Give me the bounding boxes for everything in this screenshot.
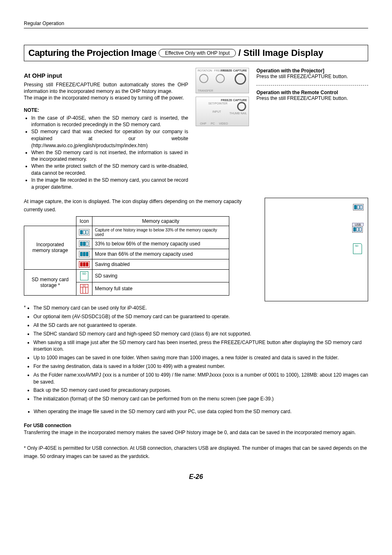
label-thumbnail: THUMB NAIL [230,112,247,115]
capacity-icon-preview [353,204,364,210]
capacity-icon [79,261,90,268]
capacity-table: Icon Memory capacity Incorporated memory… [24,216,229,296]
freeze-capture-icon-2 [237,102,246,111]
ohp-heading: At OHP input [24,72,188,79]
table-row: Saving disabled [92,259,229,269]
label-rotation: ROTATION [198,69,212,72]
ohp-paragraph-1: Pressing still FREEZE/CAPTURE button aut… [24,81,188,95]
col-capacity: Memory capacity [92,216,229,226]
rotate-icon [199,74,208,83]
title-badge: Effective Only with OHP Input [159,49,236,57]
usb-note: * Only iP-40SE is permitted for USB conn… [24,444,368,461]
footer-bullet: The initialization (format) of the SD me… [33,395,368,402]
capacity-icon [79,251,90,257]
note-item: When the SD memory card is not inserted,… [31,149,188,163]
op-projector-text: Press the still FREEZE/CAPTURE button. [256,74,368,79]
freeze-capture-icon [235,73,246,85]
rowgroup-incorporated: Incorporated memory storage [24,226,76,269]
footer-bullet: When saving a still image just after the… [33,339,368,353]
preview-box: USB [265,198,368,301]
ohp-paragraph-2: The image in the incorporated memory is … [24,95,188,101]
note-item: SD memory card that was checked for oper… [31,128,188,149]
note-heading: NOTE: [24,107,188,113]
sd-full-icon: SD [80,284,88,294]
footer-bullet: When operating the image file saved in t… [34,408,368,415]
footer-bullet: Up to 1000 images can be saved in one fo… [33,354,368,361]
page-number: E-26 [24,473,368,481]
capacity-icon [79,229,90,236]
col-icon: Icon [76,216,92,226]
capacity-icon [79,240,90,247]
table-row: Memory full state [92,282,229,295]
title-part2: / Still Image Display [238,48,323,58]
label-input: INPUT [212,110,221,113]
footer-bullet: Our optional item (AV-SDSDC1GB) of the S… [33,313,368,320]
footer-bullet: As the Folder name:xxxAVMPJ (xxx is a nu… [33,372,368,386]
table-row: 33% to below 66% of the memory capacity … [92,238,229,249]
footer-bullet: For the saving destination, data is save… [33,363,368,370]
freeze-off-icon [216,74,225,83]
op-projector-heading: Operation with the Projector] [256,68,368,74]
label-freeze-capture-2: FREEZE CAPTURE [221,99,247,102]
note-item: In the image file recorded in the SD mem… [31,177,188,191]
footer-notes: * The SD memory card can be used only fo… [24,305,368,461]
title-bar: Capturing the Projection Image Effective… [24,45,368,61]
projector-diagram: ROTATION FREEZE OFF FREEZE CAPTURE TRANS… [196,68,249,93]
label-freeze-capture: FREEZE CAPTURE [221,69,247,72]
note-item: When the write protect switch of the SD … [31,163,188,177]
usb-heading: For USB connection [24,423,368,428]
note-item: In the case of iP-40SE, when the SD memo… [31,115,188,129]
op-remote-heading: Operation with the Remote Control [256,90,368,95]
footer-bullet: The SD memory card can be used only for … [33,305,368,312]
rowgroup-sd: SD memory card storage * [24,269,76,295]
usb-badge: USB [352,223,364,233]
usb-paragraph: Transferring the image in the incorporat… [24,428,368,437]
usb-label: USB [352,223,364,226]
remote-diagram: SET/POINTER FREEZE CAPTURE INPUT THUMB N… [196,97,249,126]
table-row: More than 66% of the memory capacity use… [92,249,229,259]
title-part1: Capturing the Projection Image [28,48,156,58]
sd-icon: SD [80,271,88,280]
running-header: Regular Operation [24,21,368,28]
note-list: In the case of iP-40SE, when the SD memo… [24,115,188,191]
separator [256,85,368,86]
label-set-pointer: SET/POINTER [208,102,228,105]
label-video: VIDEO [219,122,228,125]
sd-icon-preview [353,243,362,254]
footer-bullet: The SDHC standard SD memory card and hig… [33,331,368,338]
footer-bullet: All the SD cards are not guaranteed to o… [33,322,368,329]
op-remote-text: Press the still FREEZE/CAPTURE button. [256,95,368,101]
label-pc: PC [211,122,215,125]
table-row: Capture of one history image to below 33… [92,226,229,238]
table-row: SD saving [92,269,229,282]
label-ohp: OHP [200,122,206,125]
label-transfer: TRANSFER [198,89,213,92]
capture-intro: At image capture, the icon is displayed.… [24,198,242,213]
footer-bullet: Back up the SD memory card used for prec… [33,387,368,394]
